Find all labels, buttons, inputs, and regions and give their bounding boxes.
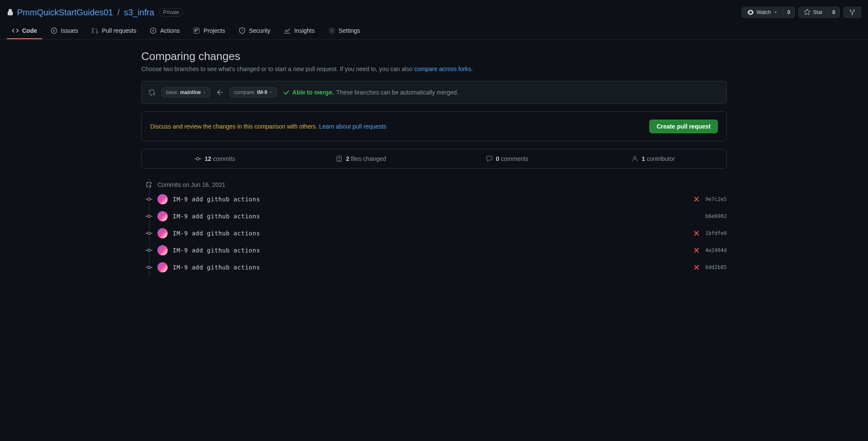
discuss-box: Discuss and review the changes in this c… [141, 112, 727, 141]
compare-icon [148, 89, 155, 96]
commit-message-link[interactable]: IM-9 add github actions [173, 213, 700, 220]
tab-security-label: Security [249, 27, 271, 34]
merge-status: Able to merge. [292, 89, 334, 96]
avatar[interactable] [157, 194, 168, 204]
stat-comments[interactable]: 0 comments [434, 149, 580, 168]
repo-title: PmmQuickStartGuides01 / s3_infra Private [7, 8, 183, 17]
star-button[interactable]: Star [798, 7, 828, 18]
svg-point-11 [148, 249, 150, 252]
page-title: Comparing changes [141, 50, 727, 63]
x-icon[interactable] [693, 264, 700, 271]
compare-forks-link[interactable]: compare across forks [414, 66, 471, 72]
repo-name-link[interactable]: s3_infra [124, 8, 154, 17]
stat-commits[interactable]: 12 commits [142, 149, 288, 168]
svg-point-1 [53, 30, 55, 32]
svg-point-10 [148, 232, 150, 235]
commit-row: IM-9 add github actions 1bfdfe0 [146, 225, 727, 242]
avatar[interactable] [157, 262, 168, 272]
tab-security[interactable]: Security [234, 23, 276, 39]
svg-point-8 [148, 198, 150, 200]
commit-dot-icon [146, 247, 152, 254]
tab-settings[interactable]: Settings [323, 23, 365, 39]
watch-count[interactable]: 0 [783, 7, 795, 18]
commit-row: IM-9 add github actions 9e7c2e5 [146, 191, 727, 208]
svg-point-12 [148, 266, 150, 269]
commit-hash-link[interactable]: 6dd2b85 [705, 264, 727, 270]
caret-down-icon [774, 10, 778, 14]
commit-dot-icon [146, 264, 152, 271]
issue-icon [51, 27, 57, 34]
file-diff-icon [336, 155, 343, 162]
tab-actions-label: Actions [160, 27, 180, 34]
discuss-text: Discuss and review the changes in this c… [150, 123, 386, 130]
repo-owner-link[interactable]: PmmQuickStartGuides01 [17, 8, 113, 17]
create-pr-button[interactable]: Create pull request [649, 120, 718, 133]
star-icon [804, 9, 811, 16]
commit-date-label: Commits on Jun 16, 2021 [157, 181, 226, 188]
commit-dot-icon [146, 196, 152, 203]
graph-icon [284, 27, 291, 34]
tab-projects[interactable]: Projects [188, 23, 230, 39]
fork-button[interactable] [843, 7, 861, 18]
x-icon[interactable] [693, 230, 700, 237]
x-icon[interactable] [693, 196, 700, 203]
play-icon [150, 27, 157, 34]
person-icon [631, 155, 638, 162]
shield-icon [239, 27, 246, 34]
compare-selector-box: base: mainline compare: IM-9 Able to mer… [141, 81, 727, 104]
avatar[interactable] [157, 211, 168, 221]
stat-files[interactable]: 2 files changed [288, 149, 434, 168]
commit-message-link[interactable]: IM-9 add github actions [173, 247, 688, 254]
repo-nav: Code Issues Pull requests Actions Projec… [0, 23, 868, 40]
svg-point-5 [197, 158, 199, 160]
commit-message-link[interactable]: IM-9 add github actions [173, 196, 688, 203]
tab-projects-label: Projects [203, 27, 225, 34]
watch-button[interactable]: Watch [742, 7, 783, 18]
compare-branch-select[interactable]: compare: IM-9 [229, 87, 277, 97]
repo-separator: / [117, 8, 120, 17]
tab-issues[interactable]: Issues [46, 23, 83, 39]
star-label: Star [813, 9, 822, 15]
comment-icon [486, 155, 493, 162]
lock-icon [7, 9, 14, 16]
pull-request-icon [91, 27, 98, 34]
x-icon[interactable] [693, 247, 700, 254]
avatar[interactable] [157, 228, 168, 238]
commit-hash-link[interactable]: b6e6902 [705, 213, 727, 219]
tab-settings-label: Settings [339, 27, 360, 34]
commit-hash-link[interactable]: 9e7c2e5 [705, 196, 727, 202]
learn-pr-link[interactable]: Learn about pull requests [319, 123, 386, 130]
avatar[interactable] [157, 245, 168, 255]
watch-label: Watch [757, 9, 771, 15]
commit-dot-icon [146, 230, 152, 237]
commit-message-link[interactable]: IM-9 add github actions [173, 230, 688, 237]
tab-insights[interactable]: Insights [279, 23, 320, 39]
commit-hash-link[interactable]: 1bfdfe0 [705, 230, 727, 236]
privacy-badge: Private [159, 8, 183, 17]
gear-icon [328, 27, 335, 34]
commit-hash-link[interactable]: 4e2404d [705, 247, 727, 253]
svg-point-9 [148, 215, 150, 218]
commit-message-link[interactable]: IM-9 add github actions [173, 264, 688, 271]
merge-description: These branches can be automatically merg… [336, 89, 458, 96]
svg-point-7 [634, 156, 636, 159]
tab-pulls[interactable]: Pull requests [86, 23, 141, 39]
svg-point-4 [331, 30, 333, 32]
commit-dot-icon [146, 213, 152, 220]
tab-actions[interactable]: Actions [145, 23, 185, 39]
project-icon [193, 27, 200, 34]
code-icon [12, 27, 19, 34]
base-branch-select[interactable]: base: mainline [161, 87, 211, 97]
tab-code-label: Code [22, 27, 37, 34]
tab-code[interactable]: Code [7, 23, 42, 39]
arrow-left-icon [217, 89, 223, 96]
stat-contributors[interactable]: 1 contributor [580, 149, 727, 168]
check-icon [283, 89, 290, 96]
tab-issues-label: Issues [61, 27, 78, 34]
tab-pulls-label: Pull requests [102, 27, 136, 34]
commit-date-header: Commits on Jun 16, 2021 [146, 179, 727, 191]
commit-row: IM-9 add github actions 4e2404d [146, 242, 727, 259]
eye-icon [747, 9, 754, 16]
caret-down-icon [203, 91, 206, 94]
star-count[interactable]: 0 [828, 7, 840, 18]
